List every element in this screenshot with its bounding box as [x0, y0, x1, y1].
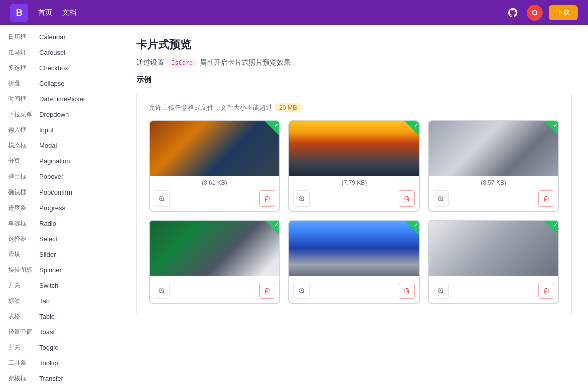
zoom-button-1[interactable] [154, 190, 170, 207]
delete-button-3[interactable] [538, 190, 554, 207]
image-actions-6 [429, 281, 558, 303]
svg-text:✓: ✓ [414, 222, 418, 228]
sidebar-item-collapse[interactable]: 折叠 Collapse [0, 76, 120, 91]
sidebar-item-select[interactable]: 选择器 Select [0, 231, 120, 247]
main-layout: 日历框 Calendar 走马灯 Carousel 多选框 Checkbox 折… [0, 25, 588, 386]
nav-docs[interactable]: 文档 [62, 8, 76, 17]
nav-home[interactable]: 首页 [38, 8, 52, 17]
zoom-button-2[interactable] [293, 190, 310, 207]
sidebar-item-toast[interactable]: 轻量弹窗 Toast [0, 324, 120, 340]
image-size-3: (8.57 KB) [429, 176, 558, 188]
delete-button-2[interactable] [399, 190, 415, 207]
demo-box: 允许上传任意格式文件，文件大小不能超过 20 MB ✓ (8.61 KB) [136, 91, 572, 316]
zoom-button-6[interactable] [433, 283, 449, 299]
image-size-5 [289, 276, 419, 281]
svg-text:✓: ✓ [414, 123, 418, 128]
delete-button-4[interactable] [259, 283, 275, 299]
is-card-badge: IsCard [167, 58, 197, 67]
image-size-1: (8.61 KB) [150, 176, 279, 188]
image-thumb-2 [289, 121, 419, 176]
app-header: B 首页 文档 下载 [0, 0, 588, 25]
delete-button-5[interactable] [399, 283, 415, 299]
svg-point-1 [533, 11, 537, 15]
sidebar-item-popover[interactable]: 弹出框 Popover [0, 169, 120, 184]
sidebar-item-radio[interactable]: 单选框 Radio [0, 216, 120, 231]
delete-button-1[interactable] [259, 190, 275, 207]
svg-text:✓: ✓ [274, 123, 278, 128]
logo[interactable]: B [10, 4, 28, 22]
github-icon[interactable] [505, 5, 521, 21]
image-card-2: ✓ (7.79 KB) [288, 120, 420, 212]
page-description: 通过设置 IsCard 属性开启卡片式照片预览效果 [136, 58, 572, 67]
size-badge: 20 MB [275, 103, 301, 112]
sidebar-item-popconfirm[interactable]: 确认框 Popconfirm [0, 184, 120, 200]
sidebar-item-dropdown[interactable]: 下拉菜单 Dropdown [0, 107, 120, 122]
zoom-button-4[interactable] [154, 283, 170, 299]
image-thumb-6 [429, 221, 558, 276]
image-actions-5 [289, 281, 419, 303]
record-icon[interactable] [527, 5, 543, 21]
image-actions-4 [150, 281, 279, 303]
upload-hint: 允许上传任意格式文件，文件大小不能超过 20 MB [149, 103, 559, 112]
svg-line-29 [303, 292, 304, 294]
image-actions-3 [429, 188, 558, 211]
svg-line-5 [163, 200, 165, 202]
sidebar-item-calendar[interactable]: 日历框 Calendar [0, 29, 120, 45]
sidebar-item-slider[interactable]: 滑块 Slider [0, 247, 120, 262]
main-content: 卡片式预览 通过设置 IsCard 属性开启卡片式照片预览效果 示例 允许上传任… [120, 25, 588, 386]
image-card-3: ✓ (8.57 KB) [428, 120, 559, 212]
svg-line-23 [163, 292, 165, 294]
image-thumb-4 [150, 221, 279, 276]
sidebar-item-toggle[interactable]: 开关 Toggle [0, 340, 120, 355]
image-thumb-3 [429, 121, 558, 176]
page-title: 卡片式预览 [136, 37, 572, 52]
image-card-5: ✓ [288, 220, 420, 304]
sidebar-item-modal[interactable]: 模态框 Modal [0, 138, 120, 153]
download-button[interactable]: 下载 [549, 5, 578, 20]
svg-text:✓: ✓ [553, 123, 557, 128]
image-actions-1 [150, 188, 279, 211]
sidebar-item-checkbox[interactable]: 多选框 Checkbox [0, 60, 120, 76]
svg-text:✓: ✓ [274, 222, 278, 228]
delete-button-6[interactable] [538, 283, 554, 299]
zoom-button-3[interactable] [433, 190, 449, 207]
image-card-6: ✓ [428, 220, 559, 304]
sidebar: 日历框 Calendar 走马灯 Carousel 多选框 Checkbox 折… [0, 25, 120, 386]
zoom-button-5[interactable] [293, 283, 310, 299]
sidebar-item-progress[interactable]: 进度条 Progress [0, 200, 120, 216]
sidebar-item-transfer[interactable]: 穿梭框 Transfer [0, 371, 120, 386]
image-size-2: (7.79 KB) [289, 176, 419, 188]
section-title: 示例 [136, 75, 572, 85]
sidebar-item-pagination[interactable]: 分页 Pagination [0, 153, 120, 169]
sidebar-item-spinner[interactable]: 旋转图标 Spinner [0, 262, 120, 278]
sidebar-item-datetimepicker[interactable]: 时间框 DateTimePicker [0, 91, 120, 107]
svg-text:✓: ✓ [553, 222, 557, 228]
image-card-4: ✓ [149, 220, 280, 304]
sidebar-item-carousel[interactable]: 走马灯 Carousel [0, 45, 120, 60]
sidebar-item-input[interactable]: 输入框 Input [0, 122, 120, 138]
image-thumb-5 [289, 221, 419, 276]
sidebar-item-tab[interactable]: 标签 Tab [0, 293, 120, 309]
svg-line-17 [442, 200, 444, 202]
image-thumb-1 [150, 121, 279, 176]
image-size-4 [150, 276, 279, 281]
image-grid: ✓ (8.61 KB) [149, 120, 559, 304]
sidebar-item-tooltip[interactable]: 工具条 Tooltip [0, 355, 120, 371]
header-actions: 下载 [505, 5, 578, 21]
sidebar-item-switch[interactable]: 开关 Switch [0, 278, 120, 293]
svg-line-11 [303, 200, 304, 202]
main-nav: 首页 文档 [38, 8, 76, 17]
image-actions-2 [289, 188, 419, 211]
image-size-6 [429, 276, 558, 281]
sidebar-item-table[interactable]: 表格 Table [0, 309, 120, 324]
svg-line-35 [442, 292, 444, 294]
image-card-1: ✓ (8.61 KB) [149, 120, 280, 212]
